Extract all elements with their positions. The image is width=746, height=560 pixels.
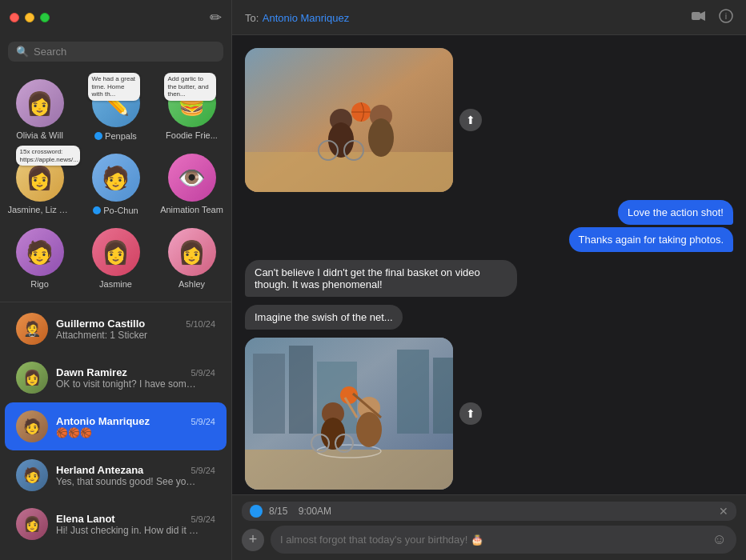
bubble-love-action: Love the action shot!	[618, 200, 733, 225]
svg-rect-0	[692, 12, 700, 20]
conv-date-dawn: 5/9/24	[191, 368, 215, 378]
svg-rect-16	[289, 346, 313, 434]
photo1-share-button[interactable]: ⬆	[459, 109, 482, 131]
sidebar: ✏ 🔍 👩 Olivia & Will We had a great time.…	[0, 0, 232, 560]
avatar-ashley: 👩	[168, 228, 216, 276]
pinned-item-foodie[interactable]: Add garlic to the butter, and then... 🍔 …	[155, 74, 228, 146]
compose-area: 8/15 9:00AM ✕ + ☺	[232, 494, 746, 560]
conv-name-antonio: Antonio Manriquez	[56, 415, 150, 427]
compose-close-button[interactable]: ✕	[719, 505, 728, 518]
avatar-pochun: 🧑	[92, 154, 140, 202]
video-call-button[interactable]	[692, 9, 706, 26]
message-photo2: ⬆	[245, 338, 733, 490]
conv-preview-guillermo: Attachment: 1 Sticker	[56, 330, 200, 341]
photo2-image	[245, 338, 453, 490]
pinned-item-animation-team[interactable]: 👁️ Animation Team	[155, 149, 228, 220]
compose-add-button[interactable]: +	[242, 529, 264, 551]
conv-preview-elena: Hi! Just checking in. How did it go?	[56, 525, 200, 536]
conv-item-dawn[interactable]: 👩 Dawn Ramirez 5/9/24 OK to visit tonigh…	[5, 354, 227, 402]
conv-content-herland: Herland Antezana 5/9/24 Yes, that sounds…	[56, 464, 215, 487]
titlebar: ✏	[0, 0, 231, 35]
conv-content-guillermo: Guillermo Castillo 5/10/24 Attachment: 1…	[56, 318, 215, 341]
svg-point-28	[356, 412, 382, 447]
pinned-name-penpals: Penpals	[105, 131, 137, 141]
conv-name-herland: Herland Antezana	[56, 464, 143, 476]
photo2-share-button[interactable]: ⬆	[459, 402, 482, 425]
pinned-name-foodie: Foodie Frie...	[166, 130, 218, 140]
pinned-name-olivia-will: Olivia & Will	[16, 130, 63, 140]
pinned-item-pochun[interactable]: 🧑 Po-Chun	[79, 149, 152, 220]
avatar-jasmine2: 👩	[92, 228, 140, 276]
main-chat: To: Antonio Manriquez i	[232, 0, 746, 560]
conv-date-antonio: 5/9/24	[191, 417, 215, 426]
avatar-animation-team: 👁️	[168, 154, 216, 202]
compose-button[interactable]: ✏	[210, 9, 222, 26]
pinned-item-penpals[interactable]: We had a great time. Home with th... ✏️ …	[79, 74, 152, 146]
pochun-badge-dot	[93, 206, 101, 214]
conv-name-guillermo: Guillermo Castillo	[56, 318, 145, 330]
pinned-name-jasmine-liz: Jasmine, Liz &...	[8, 205, 72, 214]
compose-time-value: 9:00AM	[299, 506, 331, 517]
pochun-badge-row: Po-Chun	[93, 206, 138, 215]
message-cantbelieve: Can't believe I didn't get the final bas…	[245, 260, 733, 297]
pinned-item-rigo[interactable]: 🧑 Rigo	[3, 223, 76, 294]
info-button[interactable]: i	[719, 9, 733, 26]
conv-content-antonio: Antonio Manriquez 5/9/24 🏀🏀🏀	[56, 415, 215, 438]
compose-time-info: 8/15 9:00AM	[269, 506, 712, 517]
pinned-item-ashley[interactable]: 👩 Ashley	[155, 223, 228, 294]
compose-bottom: + ☺	[242, 526, 736, 554]
bubble-cantbelieve: Can't believe I didn't get the final bas…	[245, 260, 517, 297]
pinned-item-olivia-will[interactable]: 👩 Olivia & Will	[3, 74, 76, 146]
bubble-thanks-photos: Thanks again for taking photos.	[569, 227, 733, 252]
compose-input-wrap: ☺	[271, 526, 736, 554]
pinned-name-ashley: Ashley	[178, 279, 205, 289]
compose-top-bar: 8/15 9:00AM ✕	[242, 502, 736, 521]
pinned-name-rigo: Rigo	[30, 279, 49, 289]
imessage-icon	[250, 505, 263, 518]
foodie-bubble: Add garlic to the butter, and then...	[164, 73, 216, 101]
photo1-image	[245, 48, 453, 192]
compose-count: 8/15	[269, 506, 287, 517]
conv-name-elena: Elena Lanot	[56, 513, 115, 525]
close-button[interactable]	[10, 13, 19, 22]
compose-emoji-button[interactable]: ☺	[712, 531, 727, 548]
conv-item-antonio[interactable]: 🧑 Antonio Manriquez 5/9/24 🏀🏀🏀	[5, 402, 227, 450]
conv-name-dawn: Dawn Ramirez	[56, 366, 127, 378]
pinned-name-pochun: Po-Chun	[103, 206, 138, 215]
avatar-dawn: 👩	[16, 362, 48, 394]
pinned-divider	[0, 302, 231, 302]
message-imagine: Imagine the swish of the net...	[245, 305, 733, 330]
message-love-action: Love the action shot! Thanks again for t…	[245, 200, 733, 252]
pinned-item-jasmine2[interactable]: 👩 Jasmine	[79, 223, 152, 294]
minimize-button[interactable]	[25, 13, 34, 22]
conv-date-elena: 5/9/24	[191, 514, 215, 524]
avatar-rigo: 🧑	[16, 228, 64, 276]
avatar-guillermo: 🤵	[16, 313, 48, 345]
pinned-item-jasmine-liz[interactable]: 15x crossword: https://apple.news/... 👩 …	[3, 149, 76, 220]
compose-input[interactable]	[280, 534, 712, 546]
svg-rect-20	[245, 450, 453, 490]
avatar-olivia-will: 👩	[16, 79, 64, 127]
svg-rect-18	[397, 350, 429, 434]
chat-contact-name[interactable]: Antonio Manriquez	[263, 12, 349, 24]
search-icon: 🔍	[16, 46, 29, 58]
conv-item-herland[interactable]: 🧑 Herland Antezana 5/9/24 Yes, that soun…	[5, 451, 227, 499]
search-bar: 🔍	[8, 42, 223, 62]
svg-rect-19	[433, 358, 453, 434]
chat-to-label: To:	[245, 12, 259, 24]
svg-point-13	[368, 118, 394, 157]
search-input[interactable]	[34, 46, 215, 58]
penpals-badge-row: Penpals	[94, 131, 137, 141]
fullscreen-button[interactable]	[40, 13, 50, 22]
message-photo1: ⬆	[245, 48, 733, 192]
conv-preview-dawn: OK to visit tonight? I have some things …	[56, 378, 200, 390]
conv-preview-antonio: 🏀🏀🏀	[56, 427, 200, 438]
svg-text:i: i	[725, 11, 727, 21]
conv-date-guillermo: 5/10/24	[186, 319, 215, 329]
bubble-imagine: Imagine the swish of the net...	[245, 305, 403, 330]
conv-item-elena[interactable]: 👩 Elena Lanot 5/9/24 Hi! Just checking i…	[5, 500, 227, 548]
conv-date-herland: 5/9/24	[191, 466, 215, 475]
conv-preview-herland: Yes, that sounds good! See you then.	[56, 476, 200, 487]
conv-item-guillermo[interactable]: 🤵 Guillermo Castillo 5/10/24 Attachment:…	[5, 305, 227, 353]
svg-rect-15	[253, 354, 285, 434]
